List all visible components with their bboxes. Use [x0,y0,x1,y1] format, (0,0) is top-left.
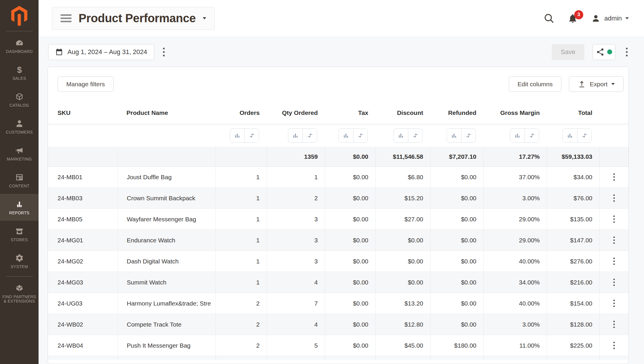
row-actions-menu[interactable] [612,172,617,182]
share-icon [596,48,605,56]
sidebar-item-label: STORES [9,238,29,242]
cell-product-name: Dash Digital Watch [118,251,216,272]
sidebar-item-marketing[interactable]: MARKETING [0,140,39,167]
swap-columns-button[interactable] [461,129,475,142]
row-actions-menu[interactable] [612,340,617,351]
column-header-product-name[interactable]: Product Name [118,101,216,124]
magento-logo[interactable] [0,0,39,27]
sidebar-item-reports[interactable]: REPORTS [0,194,39,221]
chevron-down-icon [611,83,615,85]
swap-columns-button[interactable] [303,129,317,142]
sidebar-item-sales[interactable]: $ SALES [0,59,39,86]
mini-chart-button[interactable] [230,129,244,142]
column-header-tax[interactable]: Tax [325,101,375,124]
sidebar-item-find-partners[interactable]: FIND PARTNERS & EXTENSIONS [0,278,39,309]
report-toolbar: Aug 1, 2024 – Aug 31, 2024 Save [39,37,644,67]
cell-total: $135.00 [547,209,599,230]
column-header-discount[interactable]: Discount [375,101,430,124]
sidebar-item-label: REPORTS [8,211,31,215]
cell-qty-ordered: 3 [267,209,325,230]
column-header-orders[interactable]: Orders [216,101,267,124]
sidebar-item-system[interactable]: SYSTEM [0,248,39,275]
table-row: 24-MG02 Dash Digital Watch 1 3 $0.00 $0.… [48,251,629,272]
swap-arrows-icon [581,132,588,139]
swap-columns-button[interactable] [525,129,539,142]
mini-chart-button[interactable] [339,129,353,142]
account-menu[interactable]: admin [591,13,629,23]
cell-refunded: $0.00 [430,209,483,230]
bar-chart-icon [292,132,298,139]
report-options-menu[interactable] [624,45,630,59]
cell-discount: $0.00 [375,272,430,293]
row-actions-menu[interactable] [612,319,617,330]
cell-orders: 1 [216,167,267,187]
column-header-qty-ordered[interactable]: Qty Ordered [267,101,325,124]
row-actions-menu[interactable] [612,256,617,267]
cell-tax: $0.00 [325,293,375,314]
sidebar-item-label: FIND PARTNERS & EXTENSIONS [0,295,39,303]
summary-discount: $11,546.58 [375,147,430,166]
cell-refunded: $0.00 [430,167,483,187]
cell-orders: 2 [216,293,267,314]
cell-sku: 24-MG01 [48,230,118,251]
export-button[interactable]: Export [569,76,624,92]
table-row: 24-WB04 Push It Messenger Bag 2 5 $0.00 … [48,335,629,356]
manage-filters-button[interactable]: Manage filters [58,76,114,92]
date-options-menu[interactable] [161,45,167,59]
column-header-sku[interactable]: SKU [48,101,118,124]
search-icon [544,13,555,24]
sidebar-divider [6,31,33,31]
cell-product-name: Crown Summit Backpack [118,188,216,208]
row-actions-menu[interactable] [612,235,617,246]
mini-chart-button[interactable] [563,129,577,142]
cell-total: $154.00 [547,293,599,314]
table-row: 24-MB05 Wayfarer Messenger Bag 1 3 $0.00… [48,209,629,230]
edit-columns-button[interactable]: Edit columns [509,76,561,92]
sidebar-item-label: DASHBOARD [5,49,34,54]
mini-chart-button[interactable] [447,129,461,142]
column-header-refunded[interactable]: Refunded [430,101,483,124]
swap-arrows-icon [357,132,364,139]
row-actions-menu[interactable] [612,193,617,203]
search-button[interactable] [544,13,555,24]
magento-logo-icon [9,5,29,26]
swap-columns-button[interactable] [353,129,367,142]
notifications-button[interactable]: 3 [567,13,578,24]
sidebar-item-stores[interactable]: STORES [0,221,39,248]
mini-chart-button[interactable] [288,129,303,142]
mini-chart-button[interactable] [394,129,408,142]
sidebar-item-catalog[interactable]: CATALOG [0,86,39,113]
cell-qty-ordered: 3 [267,230,325,251]
share-button[interactable] [593,44,615,60]
export-label: Export [590,81,607,88]
row-actions-menu[interactable] [612,277,617,288]
page-title-menu[interactable]: Product Performance [52,7,215,30]
cell-refunded: $0.00 [430,230,483,251]
bar-chart-icon [567,132,573,139]
cell-discount: $27.00 [375,209,430,230]
swap-columns-button[interactable] [577,129,591,142]
sidebar-item-customers[interactable]: CUSTOMERS [0,113,39,140]
bar-chart-icon [514,132,520,139]
cell-orders: 2 [216,314,267,335]
column-tools-gross-margin [510,128,539,143]
toolbar-right-actions: Save [552,44,630,60]
mini-chart-button[interactable] [510,129,525,142]
cell-product-name: Wayfarer Messenger Bag [118,209,216,230]
swap-columns-button[interactable] [244,129,259,142]
sidebar-item-content[interactable]: CONTENT [0,167,39,194]
swap-columns-button[interactable] [408,129,422,142]
cell-refunded: $180.00 [430,335,483,356]
column-tools-total [563,128,592,143]
row-actions-menu[interactable] [612,214,617,225]
column-header-gross-margin[interactable]: Gross Margin [483,101,547,124]
column-header-total[interactable]: Total [547,101,599,124]
sidebar-item-dashboard[interactable]: DASHBOARD [0,32,39,59]
main-area: Product Performance 3 [39,0,644,364]
date-range-picker[interactable]: Aug 1, 2024 – Aug 31, 2024 [48,44,154,60]
cell-qty-ordered: 2 [267,188,325,208]
cell-refunded: $0.00 [430,314,483,335]
row-actions-menu[interactable] [612,298,617,309]
save-button[interactable]: Save [552,44,584,60]
column-tools-discount [393,128,423,143]
